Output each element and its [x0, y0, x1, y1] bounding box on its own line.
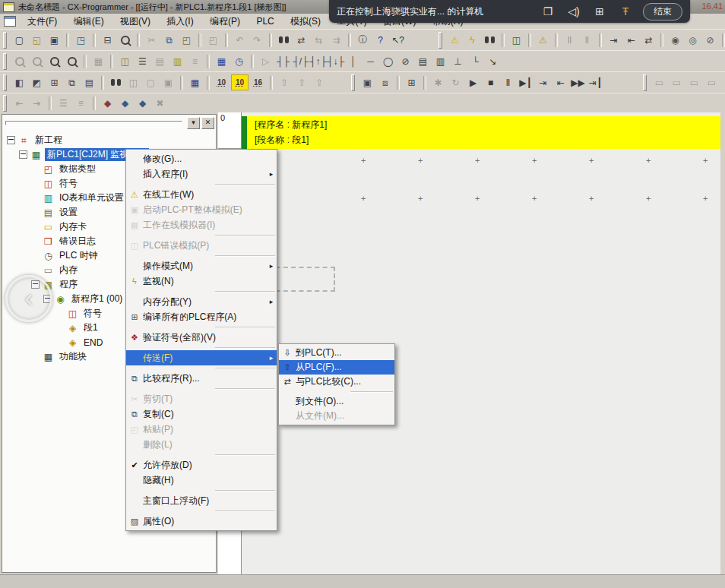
window-toolbar-icon[interactable]: ⊞	[587, 5, 613, 17]
outdent-icon[interactable]: ⇤	[11, 96, 27, 111]
download-to-plc-icon[interactable]: ⇥	[606, 33, 622, 47]
submenu-item-to-plc[interactable]: ⇩ 到PLC(T)... ▸	[279, 346, 394, 360]
tree-expander-icon[interactable]	[7, 136, 15, 144]
horizontal-line-icon[interactable]: ─	[362, 54, 378, 68]
transfer-warning-icon[interactable]: ⚠	[535, 33, 551, 47]
menubar-item[interactable]: 编辑(E)	[67, 14, 111, 28]
sim-save-icon[interactable]: ▣	[359, 75, 375, 90]
comment-list-icon[interactable]: ≡	[187, 54, 203, 68]
monitor-signed-decimal-icon[interactable]: 10	[231, 74, 249, 90]
save-icon[interactable]: ▣	[46, 33, 62, 47]
submenu-item-from-file[interactable]: 从文件(M)... ▸	[279, 409, 394, 423]
menu-item-copy[interactable]: ⧉ 复制(C) ▸	[126, 406, 277, 422]
paste-icon[interactable]: ◰	[179, 33, 195, 47]
compare-with-plc-icon[interactable]: ⇄	[641, 33, 657, 47]
force-reset-icon[interactable]: ◎	[685, 33, 701, 47]
new-window-icon[interactable]: ◧	[11, 75, 27, 90]
menubar-item[interactable]: 文件(F)	[21, 14, 64, 28]
menu-item-operation-mode[interactable]: 操作模式(M) ▸	[126, 258, 277, 273]
open-file-icon[interactable]: ◱	[29, 33, 45, 47]
toolbar-grip[interactable]	[438, 32, 442, 49]
upload-arrow3-icon[interactable]: ⇪	[312, 75, 328, 90]
align-list2-icon[interactable]: ≡	[73, 96, 89, 111]
panel-dropdown-icon[interactable]: ▾	[187, 117, 200, 129]
go-to-rung-icon[interactable]: ◆	[100, 96, 116, 111]
toolbar-grip[interactable]	[351, 74, 355, 91]
sim-step-out-icon[interactable]: ⇤	[552, 75, 568, 90]
sim-mode-icon[interactable]: ↻	[448, 75, 464, 90]
contact-up-icon[interactable]: ┤↑├	[310, 54, 326, 68]
paste-special-icon[interactable]: ◰	[205, 33, 221, 47]
panel-close-icon[interactable]: ✕	[201, 117, 214, 129]
sim-fast-icon[interactable]: ▶▶	[570, 75, 586, 90]
menu-item-allow-docking[interactable]: 允许停放(D) ▸	[126, 457, 277, 473]
force-cancel-icon[interactable]: ⊘	[702, 33, 718, 47]
monitor-decimal-icon[interactable]: 10	[214, 75, 230, 90]
pause-monitor-icon[interactable]	[482, 33, 498, 47]
menu-item-delete[interactable]: 删除(L) ▸	[126, 437, 277, 452]
menu-item-work-online[interactable]: ⚠ 在线工作(W) ▸	[126, 187, 277, 202]
cross-ref-icon[interactable]: ◫	[125, 75, 141, 90]
invert-icon[interactable]: ⊥	[450, 54, 466, 68]
copy-icon[interactable]: ⧉	[161, 33, 177, 47]
find-window-icon[interactable]	[108, 75, 124, 90]
cursor-down-icon[interactable]: ↘	[485, 54, 501, 68]
menubar-item[interactable]: 插入(I)	[160, 14, 200, 28]
sim-step-icon[interactable]: ▶┃	[518, 75, 533, 90]
sim-scan-icon[interactable]: ✱	[430, 75, 446, 90]
work-online-icon[interactable]: ⚠	[447, 33, 463, 47]
undo-icon[interactable]: ↶	[232, 33, 248, 47]
menu-item-hide[interactable]: 隐藏(H) ▸	[126, 473, 277, 488]
menu-item-monitor[interactable]: ϟ 监视(N) ▸	[126, 273, 277, 289]
online-edit-icon[interactable]: ◫	[508, 33, 524, 47]
about-icon[interactable]: ⓘ	[355, 33, 371, 47]
instruction-box-icon[interactable]: ▤	[415, 54, 431, 68]
gray-panel-icon[interactable]: ▭	[651, 75, 667, 90]
menu-item-cut[interactable]: ✂ 剪切(T) ▸	[126, 391, 277, 406]
branch-icon[interactable]: └	[467, 54, 483, 68]
sim-stop-icon[interactable]: ■	[483, 75, 499, 90]
menu-item-memory-allocation[interactable]: 内存分配(Y) ▸	[126, 294, 277, 309]
tile-windows-icon[interactable]: ⊞	[46, 75, 62, 90]
monitor-grid-icon[interactable]: ▦	[214, 54, 230, 68]
redo-icon[interactable]: ↷	[249, 33, 265, 47]
menu-item-float-in-main-window[interactable]: 主窗口上浮动(F) ▸	[126, 493, 277, 508]
cut-icon[interactable]: ✂	[144, 33, 160, 47]
tree-expander-icon[interactable]	[19, 150, 27, 159]
sim-run-to-end-icon[interactable]: ⇥┃	[587, 75, 603, 90]
upload-arrow-icon[interactable]: ⇧	[277, 75, 293, 90]
zoom-in-icon[interactable]	[11, 54, 27, 68]
menu-item-properties[interactable]: ▨ 属性(O) ▸	[126, 514, 277, 529]
sim-step-in-icon[interactable]: ⇥	[535, 75, 551, 90]
toolbar-grip[interactable]	[643, 74, 647, 91]
pause-icon[interactable]: Ⅱ	[579, 33, 595, 47]
menu-item-compile-all-plc-programs[interactable]: ⊞ 编译所有的PLC程序(A) ▸	[126, 309, 277, 324]
force-set-icon[interactable]: ◉	[667, 33, 683, 47]
toolbar-grip[interactable]	[3, 95, 7, 112]
monitor-mode-icon[interactable]: ϟ	[464, 33, 480, 47]
contact-nc-icon[interactable]: ┤/├	[293, 54, 309, 68]
sim-pause-icon[interactable]: Ⅱ	[500, 75, 516, 90]
help-icon[interactable]: ?	[372, 33, 388, 47]
pause-gray-icon[interactable]: Ⅱ	[562, 33, 578, 47]
address-ref-icon[interactable]: ▢	[143, 75, 159, 90]
gray-panel4-icon[interactable]: ▭	[704, 75, 720, 90]
menu-item-compare-program[interactable]: ⧉ 比较程序(R)... ▸	[126, 371, 277, 386]
window-props-icon[interactable]: ▤	[81, 75, 97, 90]
print-icon[interactable]: ⊟	[100, 33, 116, 47]
sim-play-icon[interactable]: ▶	[465, 75, 481, 90]
upload-from-plc-icon[interactable]: ⇤	[623, 33, 639, 47]
grid-icon[interactable]: ▦	[90, 54, 106, 68]
remote-brand-icon[interactable]: Ŧ	[613, 5, 638, 17]
output-window-icon[interactable]: ▣	[160, 75, 176, 90]
context-help-icon[interactable]: ↖?	[390, 33, 406, 47]
find-icon[interactable]	[276, 33, 292, 47]
submenu-item-compare-with-plc[interactable]: ⇄ 与PLC比较(C)... ▸	[279, 375, 394, 389]
hex-grid-icon[interactable]: ▦	[187, 75, 203, 90]
remote-sidebar-toggle[interactable]: ‹	[5, 275, 52, 322]
menu-item-transfer[interactable]: 传送(F) ▸	[126, 350, 277, 365]
gray-panel2-icon[interactable]: ▭	[669, 75, 685, 90]
replace-icon[interactable]: ⇄	[293, 33, 309, 47]
toolbar-grip[interactable]	[3, 74, 7, 91]
menubar-item[interactable]: 编程(P)	[203, 14, 247, 28]
